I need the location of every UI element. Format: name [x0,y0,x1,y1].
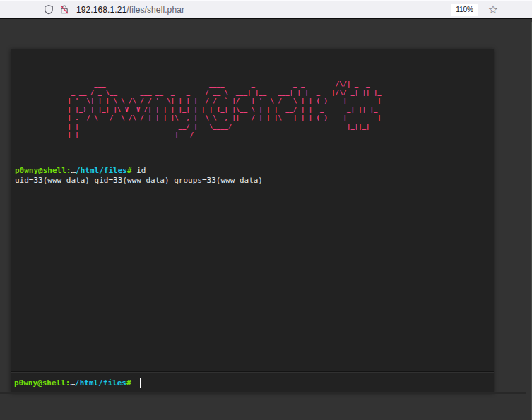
input-prompt-hash: # [126,378,136,388]
url-path: /files/shell.phar [126,5,184,15]
prompt-user-host: p0wny@shell: [15,166,71,175]
url-host: 192.168.1.21 [76,5,126,15]
page-divider-line [0,392,526,394]
executed-command: id [136,166,146,175]
browser-url-bar[interactable]: 192.168.1.21/files/shell.phar 110% ☆ [0,0,532,19]
input-prompt-user-host: p0wny@shell: [14,378,70,388]
tracking-protection-shield-icon[interactable] [41,2,57,18]
history-prompt-line: p0wny@shell:…/html/files# id [14,166,490,176]
zoom-level-badge[interactable]: 110% [451,4,478,16]
shell-input-row: p0wny@shell:…/html/files# [11,372,494,393]
command-input[interactable] [140,373,490,393]
shell-output-area: ___ ____ _ _ _ /\/| _ _ _ __ / _ \__ ___… [11,49,494,372]
prompt-hash: # [127,166,136,175]
prompt-path: /html/files [76,166,127,175]
command-history: p0wny@shell:…/html/files# id uid=33(www-… [14,166,490,186]
insecure-lock-icon[interactable] [57,2,72,18]
bookmark-star-icon[interactable]: ☆ [485,2,501,18]
input-prompt-path: /html/files [75,378,126,388]
input-prompt-label: p0wny@shell:…/html/files# [14,378,136,388]
shell-ascii-logo: ___ ____ _ _ _ /\/| _ _ _ __ / _ \__ ___… [64,80,490,139]
p0wny-shell-panel: ___ ____ _ _ _ /\/| _ _ _ __ / _ \__ ___… [11,49,494,393]
text-cursor [140,378,141,388]
webpage-background: ___ ____ _ _ _ /\/| _ _ _ __ / _ \__ ___… [0,22,532,420]
command-output: uid=33(www-data) gid=33(www-data) groups… [14,176,490,186]
url-display[interactable]: 192.168.1.21/files/shell.phar [76,5,451,15]
